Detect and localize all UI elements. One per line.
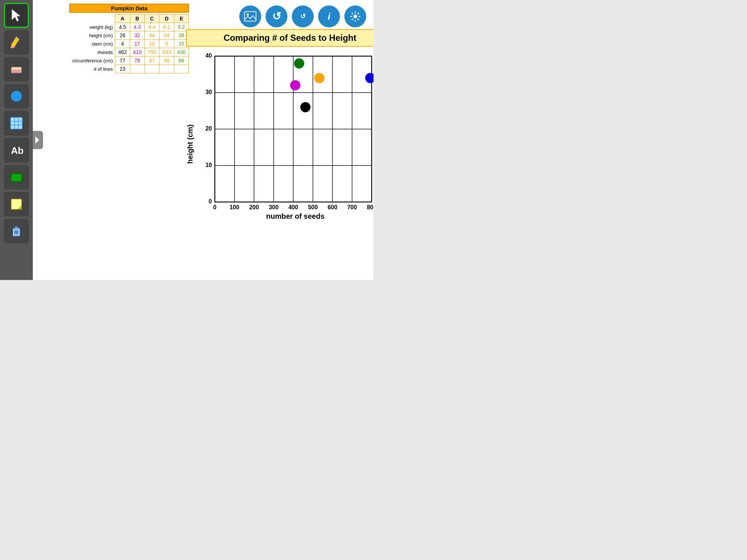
main-content: ↺ ↺ i Pumpkin Data [33,0,374,280]
svg-text:800: 800 [367,204,374,209]
tool-text[interactable]: Ab [4,138,29,163]
tool-circle[interactable] [4,84,29,109]
cell-1-1: 32 [130,31,144,40]
svg-rect-14 [11,174,22,182]
svg-marker-0 [12,9,20,21]
svg-text:20: 20 [205,125,212,132]
svg-rect-3 [11,47,14,48]
col-header-d: D [159,15,174,23]
svg-marker-1 [11,36,19,47]
svg-text:Ab: Ab [11,145,24,156]
svg-text:10: 10 [205,162,212,168]
cell-1-3: 34 [159,31,174,40]
svg-line-34 [357,13,359,14]
info-icon[interactable]: i [318,5,340,27]
chart-wrapper: height (cm) [186,52,374,221]
cell-4-1: 78 [130,57,144,65]
tool-pointer[interactable] [4,3,29,28]
data-point-d [314,73,325,83]
cell-1-2: 34 [144,31,159,40]
svg-text:400: 400 [289,204,298,209]
language-label: ↺ [300,12,306,20]
cell-5-0: 23 [115,65,130,73]
cell-0-1: 4.3 [130,23,144,31]
col-header-e: E [174,15,189,23]
col-header-c: C [144,15,159,23]
svg-text:0: 0 [213,204,217,209]
row-label-1: height (cm) [69,31,115,40]
refresh-icon[interactable]: ↺ [266,5,287,27]
data-table: A B C D E weight (kg)4.54.36.46.16.2heig… [69,14,189,73]
cell-3-3: 533 [159,48,174,57]
svg-text:0: 0 [209,198,212,205]
row-label-5: # of lines [69,65,115,73]
cell-2-0: 4 [115,40,130,48]
svg-text:300: 300 [269,204,279,209]
data-point-a [300,102,310,112]
row-label-3: #seeds [69,48,115,57]
sidebar: Ab ♻ [0,0,33,280]
data-point-e [294,58,304,69]
sidebar-collapse-handle[interactable] [32,131,43,149]
cell-0-2: 6.4 [144,23,159,31]
cell-3-0: 462 [115,48,130,57]
svg-point-7 [11,91,22,101]
cell-2-2: 10 [144,40,159,48]
svg-text:♻: ♻ [14,229,18,235]
data-table-area: Pumpkin Data A B C D E weight (kg)4.54.3… [69,4,189,73]
svg-text:500: 500 [308,204,318,209]
cell-0-0: 4.5 [115,23,130,31]
x-axis-label: number of seeds [197,212,374,221]
row-label-4: circumference (cm) [69,57,115,65]
svg-rect-8 [11,117,22,129]
cell-4-3: 99 [159,57,174,65]
cell-3-2: 793 [144,48,159,57]
data-point-b [290,80,300,90]
tool-grid[interactable] [4,111,29,136]
col-header-a: A [115,15,130,23]
chart-container: Comparing # of Seeds to Height height (c… [186,29,374,221]
cell-5-1 [130,65,144,73]
row-label-2: stem (cm) [69,40,115,48]
tool-rectangle[interactable] [4,165,29,190]
top-toolbar: ↺ ↺ i [239,5,366,27]
cell-0-3: 6.1 [159,23,174,31]
svg-line-32 [352,13,353,14]
cell-5-2 [144,65,159,73]
svg-point-27 [353,15,357,18]
tool-pencil[interactable] [4,30,29,55]
table-title: Pumpkin Data [69,4,189,13]
cell-2-3: 9 [159,40,174,48]
svg-point-26 [247,13,249,16]
svg-text:30: 30 [205,89,212,95]
cell-2-1: 17 [130,40,144,48]
svg-text:700: 700 [347,204,357,209]
svg-rect-5 [11,70,22,73]
cell-4-0: 77 [115,57,130,65]
language-icon[interactable]: ↺ [292,5,314,27]
svg-line-35 [352,19,353,20]
tool-trash[interactable]: ♻ [4,219,29,244]
image-icon[interactable] [239,5,261,27]
svg-text:100: 100 [229,204,239,209]
col-header-b: B [130,15,144,23]
svg-text:40: 40 [205,52,212,59]
row-label-0: weight (kg) [69,23,115,31]
chart-title: Comparing # of Seeds to Height [186,29,374,47]
svg-line-33 [357,19,359,20]
cell-5-3 [159,65,174,73]
svg-rect-19 [15,227,18,228]
settings-icon[interactable] [344,5,366,27]
svg-text:200: 200 [249,204,259,209]
tool-note[interactable] [4,192,29,217]
cell-3-1: 410 [130,48,144,57]
y-axis-label: height (cm) [186,67,194,221]
svg-text:600: 600 [328,204,337,209]
svg-rect-25 [244,12,256,21]
chart-area: 0 10 20 30 40 0 100 200 300 400 500 600 … [197,52,374,221]
svg-marker-24 [35,136,39,144]
chart-svg: 0 10 20 30 40 0 100 200 300 400 500 600 … [197,52,374,209]
cell-1-0: 26 [115,31,130,40]
tool-eraser[interactable] [4,57,29,82]
cell-4-2: 87 [144,57,159,65]
